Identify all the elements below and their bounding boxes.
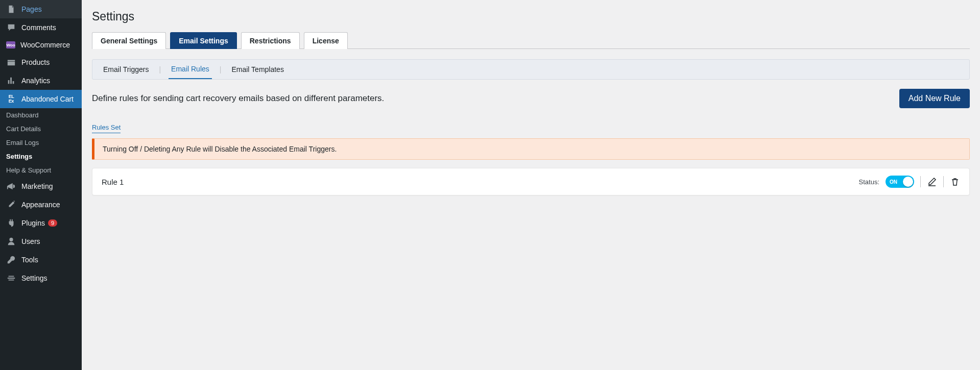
separator: |: [159, 65, 161, 73]
sidebar-item-woocommerce[interactable]: Woo WooCommerce: [0, 37, 82, 53]
description-row: Define rules for sending cart recovery e…: [92, 80, 970, 113]
subtab-email-templates[interactable]: Email Templates: [229, 60, 286, 79]
tab-license[interactable]: License: [304, 32, 348, 49]
sidebar-subitem-dashboard[interactable]: Dashboard: [0, 108, 82, 122]
admin-sidebar: Pages Comments Woo WooCommerce Products …: [0, 0, 82, 370]
sidebar-label: Appearance: [21, 201, 60, 209]
abandoned-cart-icon: ELEx: [6, 94, 16, 104]
main-content: Settings General Settings Email Settings…: [82, 0, 980, 370]
products-icon: [6, 57, 16, 67]
toggle-handle: [903, 177, 913, 187]
sidebar-item-products[interactable]: Products: [0, 53, 82, 71]
sidebar-subitem-help[interactable]: Help & Support: [0, 163, 82, 177]
sidebar-label: Marketing: [21, 182, 53, 190]
sidebar-label: Abandoned Cart: [21, 95, 74, 103]
rule-actions: Status: ON: [859, 176, 960, 188]
sidebar-label: WooCommerce: [20, 41, 70, 49]
comments-icon: [6, 22, 16, 33]
delete-rule-button[interactable]: [950, 177, 960, 187]
subtab-email-triggers[interactable]: Email Triggers: [101, 60, 151, 79]
rule-status-toggle[interactable]: ON: [886, 176, 914, 188]
sidebar-label: Pages: [21, 5, 42, 13]
woocommerce-icon: Woo: [6, 41, 15, 48]
sidebar-subitem-email-logs[interactable]: Email Logs: [0, 136, 82, 150]
analytics-icon: [6, 76, 16, 86]
sidebar-label: Users: [21, 237, 40, 245]
pages-icon: [6, 4, 16, 14]
status-label: Status:: [859, 178, 879, 186]
page-title: Settings: [92, 5, 970, 26]
users-icon: [6, 236, 16, 246]
rule-row: Rule 1 Status: ON: [92, 168, 970, 195]
sidebar-item-comments[interactable]: Comments: [0, 18, 82, 37]
warning-banner: Turning Off / Deleting Any Rule will Dis…: [92, 138, 970, 160]
sidebar-label: Tools: [21, 256, 38, 264]
sidebar-item-users[interactable]: Users: [0, 232, 82, 251]
add-new-rule-button[interactable]: Add New Rule: [899, 89, 970, 108]
tab-email-settings[interactable]: Email Settings: [170, 32, 236, 49]
sidebar-label: Settings: [21, 274, 47, 282]
marketing-icon: [6, 181, 16, 191]
tab-general-settings[interactable]: General Settings: [92, 32, 166, 49]
settings-tabs: General Settings Email Settings Restrict…: [92, 32, 970, 49]
tools-icon: [6, 255, 16, 265]
rules-section-label: Rules Set: [92, 124, 121, 133]
sidebar-label: Comments: [21, 23, 56, 32]
separator: [943, 176, 944, 187]
sidebar-label: Analytics: [21, 77, 50, 85]
sidebar-submenu: Dashboard Cart Details Email Logs Settin…: [0, 108, 82, 177]
sidebar-item-appearance[interactable]: Appearance: [0, 195, 82, 214]
sidebar-item-tools[interactable]: Tools: [0, 251, 82, 269]
separator: |: [220, 65, 222, 73]
sidebar-subitem-cart-details[interactable]: Cart Details: [0, 122, 82, 136]
subtab-email-rules[interactable]: Email Rules: [169, 60, 212, 79]
sidebar-item-analytics[interactable]: Analytics: [0, 71, 82, 90]
tab-restrictions[interactable]: Restrictions: [241, 32, 300, 49]
sidebar-label: Products: [21, 58, 50, 66]
toggle-text: ON: [890, 179, 897, 185]
sidebar-item-pages[interactable]: Pages: [0, 0, 82, 18]
description-text: Define rules for sending cart recovery e…: [92, 93, 384, 104]
email-settings-panel: Email Triggers | Email Rules | Email Tem…: [92, 59, 970, 195]
appearance-icon: [6, 200, 16, 210]
sidebar-item-marketing[interactable]: Marketing: [0, 177, 82, 195]
sidebar-item-settings[interactable]: Settings: [0, 269, 82, 287]
email-subtabs: Email Triggers | Email Rules | Email Tem…: [92, 59, 970, 80]
settings-icon: [6, 273, 16, 283]
separator: [920, 176, 921, 187]
sidebar-label: Plugins: [21, 219, 45, 227]
plugin-update-badge: 9: [48, 219, 57, 227]
sidebar-subitem-settings[interactable]: Settings: [0, 150, 82, 163]
edit-rule-button[interactable]: [927, 177, 937, 187]
sidebar-item-abandoned-cart[interactable]: ELEx Abandoned Cart: [0, 90, 82, 108]
rule-name: Rule 1: [102, 178, 124, 186]
plugins-icon: [6, 218, 16, 228]
sidebar-item-plugins[interactable]: Plugins 9: [0, 214, 82, 232]
